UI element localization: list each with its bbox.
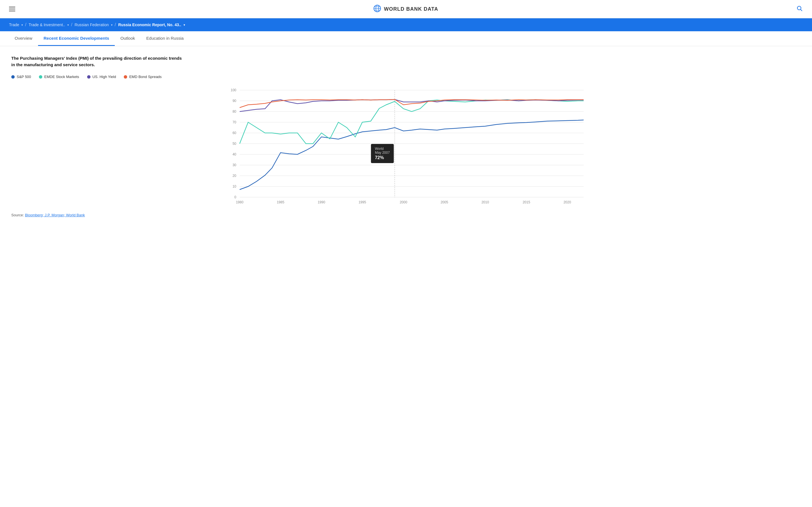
- svg-text:20: 20: [233, 174, 237, 178]
- breadcrumb-trade-investment[interactable]: Trade & Investment.. ▾: [29, 22, 69, 27]
- header-center: WORLD BANK DATA: [373, 4, 438, 13]
- legend-emd: EMD Bond Spreads: [124, 75, 161, 79]
- svg-text:1990: 1990: [318, 200, 325, 204]
- hamburger-menu-icon[interactable]: [9, 7, 15, 11]
- chart-title: The Purchasing Managers' Index (PMI) of …: [11, 55, 186, 68]
- tab-overview[interactable]: Overview: [9, 31, 38, 46]
- legend-dot-hy: [87, 75, 91, 78]
- chevron-down-icon: ▾: [111, 23, 112, 26]
- svg-text:1985: 1985: [277, 200, 285, 204]
- svg-text:50: 50: [233, 142, 237, 146]
- search-icon[interactable]: [796, 5, 803, 13]
- svg-line-6: [801, 10, 802, 11]
- svg-text:10: 10: [233, 184, 237, 188]
- site-title: WORLD BANK DATA: [384, 6, 438, 12]
- breadcrumb-russia-report[interactable]: Russia Economic Report, No. 43.. ▾: [118, 22, 185, 27]
- svg-text:90: 90: [233, 99, 237, 103]
- tab-recent-economic[interactable]: Recent Economic Developments: [38, 31, 115, 46]
- svg-text:2005: 2005: [441, 200, 448, 204]
- chevron-down-icon: ▾: [67, 23, 69, 26]
- svg-text:2015: 2015: [523, 200, 530, 204]
- svg-text:2010: 2010: [481, 200, 489, 204]
- tab-education[interactable]: Education in Russia: [141, 31, 190, 46]
- svg-text:40: 40: [233, 152, 237, 156]
- svg-text:100: 100: [231, 88, 236, 92]
- chart-area[interactable]: .grid-line { stroke: #e0e0e0; stroke-wid…: [11, 84, 801, 209]
- source-link[interactable]: Bloomberg; J.P. Morgan; World Bank: [25, 213, 85, 217]
- legend-sp500: S&P 500: [11, 75, 31, 79]
- source-section: Source: Bloomberg; J.P. Morgan; World Ba…: [11, 213, 801, 217]
- globe-icon: [373, 4, 381, 13]
- breadcrumb: Trade ▾ / Trade & Investment.. ▾ / Russi…: [0, 18, 812, 31]
- tab-outlook[interactable]: Outlook: [115, 31, 141, 46]
- svg-text:70: 70: [233, 120, 237, 124]
- sp500-line: [240, 120, 583, 189]
- svg-text:30: 30: [233, 163, 237, 167]
- breadcrumb-separator: /: [115, 22, 116, 27]
- emd-line: [240, 100, 583, 108]
- legend-emde: EMDE Stock Markets: [39, 75, 79, 79]
- tab-bar: Overview Recent Economic Developments Ou…: [0, 31, 812, 46]
- legend-hy: US. High Yield: [87, 75, 116, 79]
- svg-text:60: 60: [233, 131, 237, 135]
- hy-line: [240, 100, 583, 112]
- main-content: The Purchasing Managers' Index (PMI) of …: [0, 46, 812, 226]
- chart-legend: S&P 500 EMDE Stock Markets US. High Yiel…: [11, 75, 801, 79]
- header: WORLD BANK DATA: [0, 0, 812, 18]
- breadcrumb-trade[interactable]: Trade ▾: [9, 22, 23, 27]
- svg-text:0: 0: [234, 195, 236, 199]
- svg-text:1980: 1980: [236, 200, 244, 204]
- breadcrumb-separator: /: [25, 22, 26, 27]
- chevron-down-icon: ▾: [184, 23, 185, 26]
- breadcrumb-separator: /: [71, 22, 72, 27]
- chevron-down-icon: ▾: [21, 23, 23, 26]
- breadcrumb-russian-federation[interactable]: Russian Federation ▾: [74, 22, 112, 27]
- svg-text:1995: 1995: [359, 200, 366, 204]
- svg-point-5: [797, 6, 801, 10]
- legend-dot-emd: [124, 75, 127, 78]
- svg-text:80: 80: [233, 110, 237, 114]
- svg-text:2020: 2020: [564, 200, 571, 204]
- legend-dot-emde: [39, 75, 42, 78]
- legend-dot-sp500: [11, 75, 15, 78]
- svg-text:2000: 2000: [400, 200, 407, 204]
- emde-line: [240, 100, 583, 144]
